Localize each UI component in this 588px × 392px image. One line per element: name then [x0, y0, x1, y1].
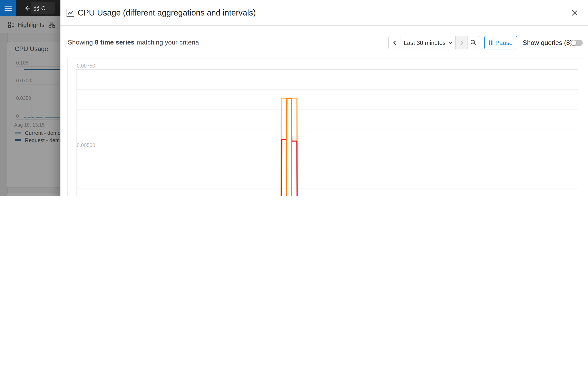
chevron-left-icon: [393, 40, 396, 45]
summary-prefix: Showing: [68, 39, 93, 46]
chevron-right-icon: [460, 40, 463, 45]
series-8th-series-legend-cut-off-: [85, 98, 571, 196]
next-range-button[interactable]: [455, 36, 467, 49]
series-last-over-time-1m-interval: [85, 98, 571, 196]
show-queries-label: Show queries (8): [523, 36, 572, 50]
close-button[interactable]: [570, 8, 579, 17]
pause-label: Pause: [495, 39, 513, 46]
time-range-control: Last 30 minutes: [388, 36, 480, 50]
modal-title: CPU Usage (different aggregations and in…: [78, 0, 256, 26]
chart-panel: 00.002500.005000.0075012:4812:5012:5212:…: [68, 58, 584, 196]
previous-range-button[interactable]: [389, 36, 400, 49]
pause-button[interactable]: Pause: [484, 36, 517, 50]
y-axis-label: 0.00750: [77, 63, 95, 68]
series-summary: Showing 8 time series matching your crit…: [68, 34, 199, 51]
close-icon: [572, 10, 578, 16]
hamburger-icon: [4, 6, 12, 10]
zoom-out-button[interactable]: [467, 36, 479, 49]
toggle-knob: [571, 40, 576, 45]
app-name: C: [41, 5, 45, 11]
screen: C Highlights CPU Usage 0.1050.07000.0: [0, 0, 588, 196]
time-range-label: Last 30 minutes: [404, 40, 446, 46]
app-grid-icon: [34, 6, 39, 10]
series-max-over-time-1m-interval: [85, 98, 571, 196]
hamburger-menu-button[interactable]: [0, 0, 16, 16]
show-queries-toggle[interactable]: [570, 40, 583, 46]
app-switcher-button[interactable]: C: [30, 2, 55, 14]
chart-plot-area[interactable]: 00.002500.005000.0075012:4812:5012:5212:…: [68, 58, 584, 196]
summary-count: 8 time series: [95, 39, 134, 46]
back-arrow-icon: [24, 5, 30, 11]
modal-header: CPU Usage (different aggregations and in…: [60, 0, 588, 26]
chart-modal: CPU Usage (different aggregations and in…: [60, 0, 588, 196]
zoom-out-icon: [470, 40, 476, 46]
y-axis-label: 0.00500: [77, 142, 95, 148]
chevron-down-icon: [448, 41, 452, 44]
time-range-dropdown[interactable]: Last 30 minutes: [400, 36, 455, 49]
summary-suffix: matching your criteria: [136, 39, 199, 46]
pause-icon: [489, 40, 492, 45]
line-chart-icon: [65, 8, 75, 18]
